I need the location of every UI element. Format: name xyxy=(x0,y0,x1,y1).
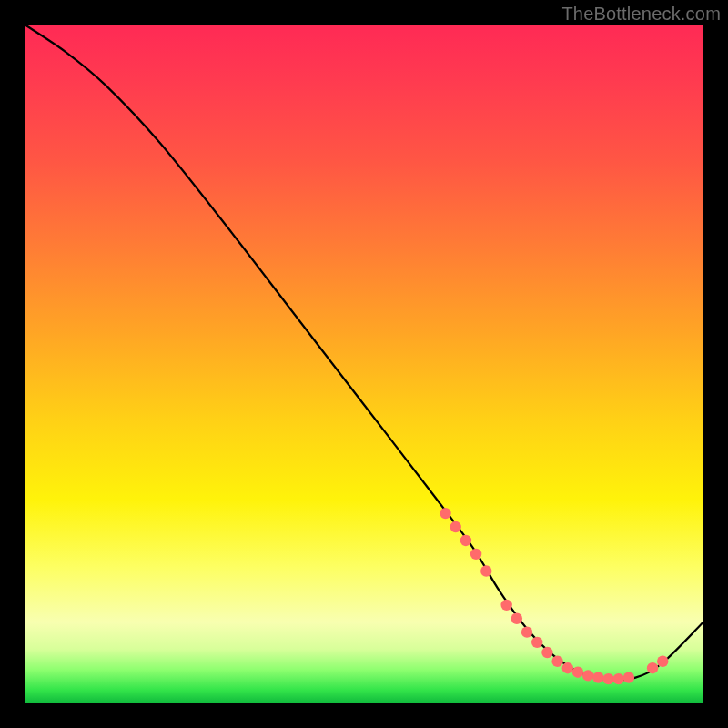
curve-marker xyxy=(470,549,481,560)
curve-marker xyxy=(647,662,658,673)
curve-marker xyxy=(592,672,603,682)
curve-marker xyxy=(551,656,562,667)
chart-frame: TheBottleneck.com xyxy=(0,0,728,728)
curve-marker xyxy=(531,637,542,648)
curve-marker xyxy=(582,670,593,681)
curve-marker xyxy=(613,673,624,684)
curve-marker xyxy=(480,565,491,576)
curve-marker xyxy=(500,600,511,611)
curve-marker xyxy=(440,508,450,519)
curve-marker xyxy=(602,673,613,684)
curve-markers xyxy=(440,508,668,684)
curve-marker xyxy=(562,662,573,673)
plot-area xyxy=(25,25,703,703)
bottleneck-curve xyxy=(25,25,703,703)
curve-marker xyxy=(541,647,552,658)
curve-path xyxy=(25,25,703,680)
curve-marker xyxy=(450,521,461,532)
curve-marker xyxy=(572,666,583,677)
curve-marker xyxy=(521,626,532,637)
curve-marker xyxy=(511,613,522,624)
curve-marker xyxy=(623,672,634,682)
curve-marker xyxy=(460,535,471,546)
watermark-text: TheBottleneck.com xyxy=(561,4,721,25)
curve-marker xyxy=(657,656,668,667)
